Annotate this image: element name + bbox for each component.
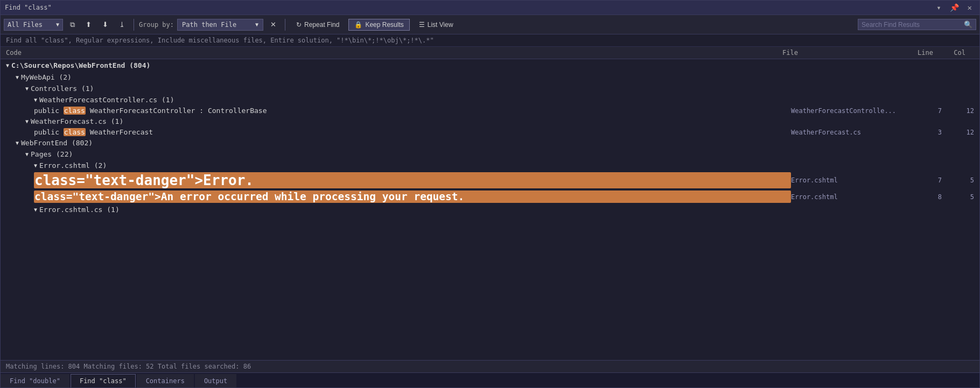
copy-button[interactable]: ⧉ [66,18,79,31]
result-line: 8 [909,193,942,201]
tabs-bar: Find "double"Find "class"ContainersOutpu… [1,372,979,387]
title-bar: Find "class" ▾ 📌 ✕ [1,1,979,15]
tab-find-class[interactable]: Find "class" [71,374,136,387]
copy-icon: ⧉ [70,20,75,29]
result-line: 3 [909,129,942,136]
highlight-match: class="text-danger">An error occurred wh… [34,191,791,203]
lock-icon: 🔒 [354,21,362,29]
result-code: public class WeatherForecast [34,128,791,136]
triangle-icon: ▼ [25,118,29,124]
triangle-icon: ▼ [34,163,37,168]
col-header-col: Col [933,49,965,57]
table-row[interactable]: public class WeatherForecastController :… [1,105,979,116]
group-subfile2[interactable]: ▼Error.cshtml (2) [1,160,979,171]
group-by-dropdown[interactable]: Path then File ▼ [177,19,263,31]
dropdown-btn[interactable]: ▾ [933,3,944,12]
pin-btn[interactable]: 📌 [947,3,962,12]
search-icon: 🔍 [964,20,972,29]
separator-1 [134,19,134,31]
repeat-icon: ↻ [296,21,302,29]
col-header-line: Line [901,49,933,57]
chevron-down-icon: ▼ [255,22,258,27]
triangle-icon: ▼ [34,207,37,213]
status-bar: Matching lines: 804 Matching files: 52 T… [1,360,979,372]
group-file[interactable]: ▼MyWebApi (2) [1,72,979,83]
list-view-label: List View [428,21,453,29]
triangle-icon: ▼ [6,62,9,68]
group-subfile2[interactable]: ▼WeatherForecastController.cs (1) [1,94,979,105]
group-subfile[interactable]: ▼Controllers (1) [1,83,979,94]
find-results-window: Find "class" ▾ 📌 ✕ All Files ▼ ⧉ ⬆ ⬇ ⥕ G… [0,0,980,388]
col-header-file: File [782,49,901,57]
table-row[interactable]: public class WeatherForecastWeatherForec… [1,127,979,137]
files-dropdown-label: All Files [8,21,43,29]
triangle-icon: ▼ [16,74,19,80]
close-search-button[interactable]: ✕ [267,18,280,31]
highlight-match: class [64,107,86,115]
nav-next-button[interactable]: ⬇ [99,18,112,31]
scrollbar-space [965,49,974,57]
group-by-value: Path then File [182,21,236,29]
list-icon: ☰ [419,21,425,29]
search-input[interactable] [862,21,964,29]
filter-button[interactable]: ⥕ [115,18,129,31]
toolbar: All Files ▼ ⧉ ⬆ ⬇ ⥕ Group by: Path then … [1,15,979,34]
result-file: WeatherForecastControlle... [791,107,909,115]
window-title: Find "class" [5,4,52,11]
arrow-up-icon: ⬆ [86,20,92,29]
title-bar-controls: ▾ 📌 ✕ [933,3,975,12]
highlight-match: class="text-danger">Error. [34,172,791,188]
group-subfile2[interactable]: ▼Error.cshtml.cs (1) [1,204,979,215]
files-dropdown[interactable]: All Files ▼ [4,19,63,31]
group-path[interactable]: ▼C:\Source\Repos\WebFrontEnd (804) [1,59,979,72]
group-subfile[interactable]: ▼WeatherForecast.cs (1) [1,116,979,127]
group-by-label: Group by: [139,21,174,29]
group-file[interactable]: ▼WebFrontEnd (802) [1,137,979,149]
triangle-icon: ▼ [25,151,29,157]
result-line: 7 [909,177,942,184]
arrow-down-icon: ⬇ [102,20,108,29]
triangle-icon: ▼ [34,97,37,103]
result-file: Error.cshtml [791,193,909,201]
result-code: public class WeatherForecastController :… [34,107,791,115]
nav-prev-button[interactable]: ⬆ [82,18,95,31]
triangle-icon: ▼ [16,140,19,146]
result-line: 7 [909,107,942,115]
repeat-find-label: Repeat Find [304,21,339,29]
status-text: Matching lines: 804 Matching files: 52 T… [6,363,251,370]
info-bar: Find all "class", Regular expressions, I… [1,34,979,47]
col-header-code: Code [6,49,782,57]
triangle-icon: ▼ [25,86,29,91]
table-row[interactable]: class="text-danger">Error.Error.cshtml75 [1,171,979,189]
filter-icon: ⥕ [119,20,125,29]
result-col: 5 [942,193,974,201]
tab-output[interactable]: Output [195,374,236,387]
highlight-match: class [64,128,86,136]
keep-results-button[interactable]: 🔒 Keep Results [348,19,409,31]
group-subfile[interactable]: ▼Pages (22) [1,149,979,160]
result-col: 12 [942,107,974,115]
column-headers: Code File Line Col [1,47,979,59]
separator-2 [285,19,285,31]
results-area[interactable]: ▼C:\Source\Repos\WebFrontEnd (804)▼MyWeb… [1,59,979,360]
search-box[interactable]: 🔍 [858,19,976,30]
tab-containers[interactable]: Containers [137,374,194,387]
list-view-button[interactable]: ☰ List View [413,19,459,31]
info-text: Find all "class", Regular expressions, I… [6,37,434,44]
result-code: class="text-danger">Error. [34,172,791,188]
chevron-down-icon: ▼ [56,22,59,27]
tab-find-double[interactable]: Find "double" [1,374,69,387]
repeat-find-button[interactable]: ↻ Repeat Find [290,19,345,31]
result-file: Error.cshtml [791,177,909,184]
close-icon: ✕ [270,20,276,29]
result-col: 12 [942,129,974,136]
table-row[interactable]: class="text-danger">An error occurred wh… [1,189,979,204]
close-btn[interactable]: ✕ [964,3,975,12]
result-col: 5 [942,177,974,184]
result-code: class="text-danger">An error occurred wh… [34,191,791,203]
result-file: WeatherForecast.cs [791,129,909,136]
keep-results-label: Keep Results [365,21,403,29]
